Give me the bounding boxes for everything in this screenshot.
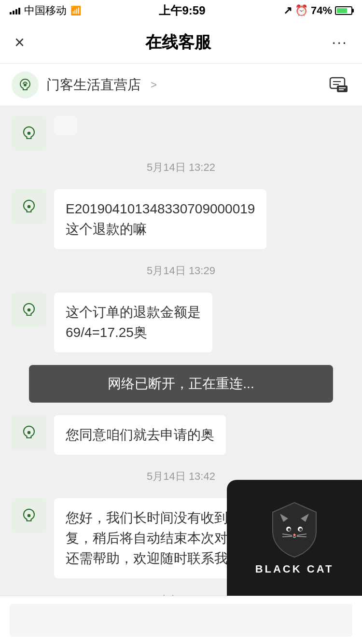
timestamp-1: 5月14日 13:22: [0, 151, 362, 184]
more-button[interactable]: ···: [332, 33, 348, 51]
store-info[interactable]: 门客生活直营店 >: [12, 71, 157, 98]
alarm-icon: ⏰: [295, 4, 308, 17]
message-bubble-2: 这个订单的退款金额是69/4=17.25奥: [54, 293, 212, 352]
store-chevron-icon: >: [151, 79, 157, 91]
network-toast-container: 网络已断开，正在重连...: [0, 357, 362, 410]
wifi-icon: 📶: [70, 5, 81, 16]
battery-percent: 74%: [311, 4, 332, 17]
svg-point-11: [28, 514, 31, 518]
store-avatar: [12, 71, 39, 98]
partial-bubble: [54, 116, 77, 135]
input-area: [0, 596, 362, 644]
message-row: E201904101348330709000019这个退款的嘛: [0, 184, 362, 254]
blackcat-shield-icon: [263, 500, 326, 558]
message-text-2: 这个订单的退款金额是69/4=17.25奥: [66, 305, 201, 340]
nav-bar: × 在线客服 ···: [0, 21, 362, 64]
battery-icon: [335, 6, 352, 15]
message-row: 这个订单的退款金额是69/4=17.25奥: [0, 288, 362, 357]
avatar: [12, 415, 46, 450]
status-right: ↗ ⏰ 74%: [283, 4, 352, 17]
message-text-1: E201904101348330709000019这个退款的嘛: [66, 201, 255, 237]
svg-point-15: [299, 528, 302, 531]
store-header[interactable]: 门客生活直营店 >: [0, 64, 362, 106]
blackcat-watermark: BLACK CAT: [227, 480, 362, 596]
svg-point-9: [28, 308, 31, 312]
status-bar: 中国移动 📶 上午9:59 ↗ ⏰ 74%: [0, 0, 362, 21]
status-time: 上午9:59: [159, 3, 205, 18]
message-bubble-1: E201904101348330709000019这个退款的嘛: [54, 189, 266, 249]
svg-point-8: [28, 205, 31, 209]
nav-title: 在线客服: [145, 31, 211, 54]
close-button[interactable]: ×: [14, 32, 25, 53]
status-left: 中国移动 📶: [10, 3, 81, 18]
partial-message-row: [0, 106, 362, 151]
svg-point-14: [288, 528, 291, 531]
carrier-name: 中国移动: [24, 3, 67, 18]
store-name: 门客生活直营店: [46, 76, 141, 94]
avatar: [12, 189, 46, 224]
svg-line-19: [297, 536, 306, 537]
timestamp-2: 5月14日 13:29: [0, 254, 362, 288]
svg-point-10: [28, 431, 31, 434]
svg-line-17: [282, 536, 292, 537]
svg-rect-4: [337, 85, 348, 92]
svg-point-0: [24, 84, 27, 86]
message-bubble-3: 您同意咱们就去申请的奥: [54, 415, 226, 455]
avatar: [12, 498, 46, 533]
chat-list-button[interactable]: [327, 75, 350, 95]
blackcat-label: BLACK CAT: [255, 563, 334, 575]
location-icon: ↗: [283, 4, 292, 17]
message-input[interactable]: [10, 604, 352, 637]
message-row: 您同意咱们就去申请的奥: [0, 410, 362, 460]
avatar: [12, 293, 46, 327]
blackcat-logo: BLACK CAT: [255, 500, 334, 575]
avatar: [12, 116, 46, 151]
network-toast: 网络已断开，正在重连...: [29, 365, 333, 403]
svg-point-7: [28, 132, 31, 135]
signal-icon: [10, 7, 20, 14]
